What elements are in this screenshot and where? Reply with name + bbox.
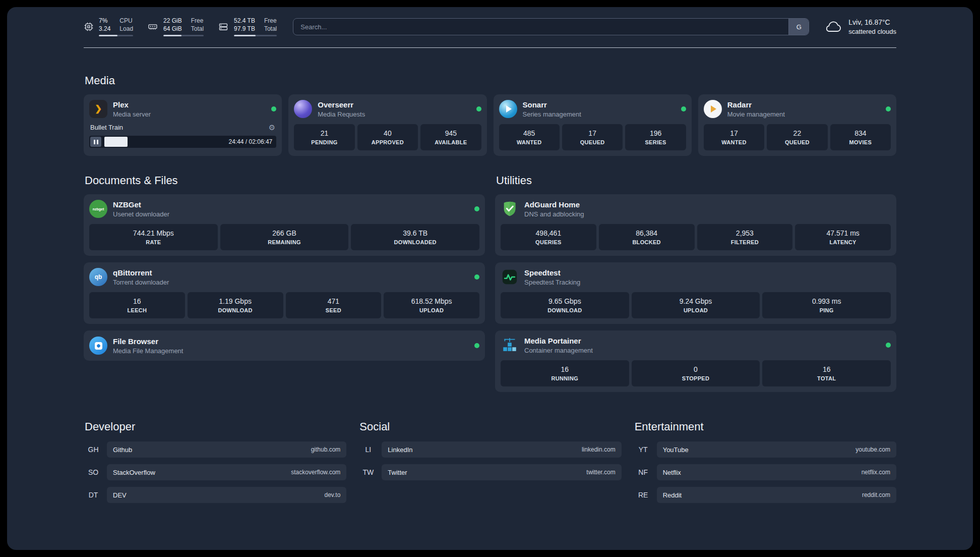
service-name: Speedtest xyxy=(524,268,580,277)
bookmark-abbr: NF xyxy=(634,468,653,476)
bookmark-youtube[interactable]: YT YouTube youtube.com xyxy=(634,441,896,458)
stat-tile: 0.993 ms PING xyxy=(762,292,891,318)
playback-progress-bar[interactable] xyxy=(104,137,226,147)
qbittorrent-icon: qb xyxy=(89,268,107,286)
section-media: Media ❯ Plex Media server xyxy=(84,74,896,156)
stat-tile: 9.65 Gbps DOWNLOAD xyxy=(501,292,629,318)
service-description: Usenet downloader xyxy=(113,210,169,218)
search-provider-button[interactable]: G xyxy=(788,19,809,35)
disk-total-label: Total xyxy=(264,25,277,33)
service-card-overseerr[interactable]: Overseerr Media Requests 21 PENDING 40 A… xyxy=(288,94,486,156)
bookmark-abbr: SO xyxy=(84,468,103,476)
bookmarks-entertainment: Entertainment YT YouTube youtube.com NF … xyxy=(634,420,896,510)
cpu-load-label: Load xyxy=(119,25,133,33)
status-dot xyxy=(474,343,479,348)
bookmark-pill: StackOverflow stackoverflow.com xyxy=(107,464,346,480)
stat-tile: 17 WANTED xyxy=(704,124,764,150)
nzbget-icon: nzbget xyxy=(89,200,107,218)
weather-widget: Lviv, 16.87°C scattered clouds xyxy=(824,18,896,36)
service-description: Movie management xyxy=(727,110,785,118)
service-card-adguard[interactable]: AdGuard Home DNS and adblocking 498,461 … xyxy=(495,194,896,256)
service-name: Radarr xyxy=(727,100,785,109)
plex-icon: ❯ xyxy=(89,100,107,118)
service-name: Overseerr xyxy=(318,100,365,109)
service-card-plex[interactable]: ❯ Plex Media server Bullet Train ⚙ xyxy=(84,94,282,156)
cloud-icon xyxy=(824,20,842,33)
service-description: Speedtest Tracking xyxy=(524,278,580,286)
service-description: Media File Management xyxy=(113,347,183,355)
sonarr-icon xyxy=(499,100,517,118)
status-dot xyxy=(474,206,479,211)
gear-icon[interactable]: ⚙ xyxy=(269,124,275,131)
section-title-developer: Developer xyxy=(85,420,346,433)
status-dot xyxy=(886,343,891,348)
section-title-documents: Documents & Files xyxy=(85,174,485,187)
stat-tile: 485 WANTED xyxy=(499,124,560,150)
section-title-entertainment: Entertainment xyxy=(635,420,896,433)
bookmark-reddit[interactable]: RE Reddit reddit.com xyxy=(634,487,896,503)
bookmarks-developer: Developer GH Github github.com SO StackO… xyxy=(84,420,346,510)
bookmark-abbr: LI xyxy=(358,445,378,454)
service-card-qbittorrent[interactable]: qb qBittorrent Torrent downloader 16 LEE… xyxy=(84,262,485,324)
stat-tile: 471 SEED xyxy=(286,292,382,318)
service-name: NZBGet xyxy=(113,200,169,209)
memory-usage-bar-fill xyxy=(163,35,181,36)
section-title-social: Social xyxy=(359,420,621,433)
stat-tile: 21 PENDING xyxy=(294,124,354,150)
memory-icon xyxy=(147,22,158,32)
memory-widget: 22 GiB 64 GiB Free Total xyxy=(147,17,204,36)
disk-total-value: 97.9 TB xyxy=(234,25,255,33)
service-card-filebrowser[interactable]: File Browser Media File Management xyxy=(84,330,485,361)
service-card-radarr[interactable]: Radarr Movie management 17 WANTED 22 QUE… xyxy=(698,94,896,156)
service-name: File Browser xyxy=(113,337,183,346)
status-dot xyxy=(271,106,276,112)
stat-tile: 266 GB REMAINING xyxy=(220,224,349,250)
bookmark-github[interactable]: GH Github github.com xyxy=(84,441,346,458)
bookmark-pill: Github github.com xyxy=(107,441,346,458)
stat-tile: 16 TOTAL xyxy=(762,360,891,386)
service-card-speedtest[interactable]: Speedtest Speedtest Tracking 9.65 Gbps D… xyxy=(495,262,896,324)
bookmark-abbr: DT xyxy=(84,491,103,499)
stat-tile: 0 STOPPED xyxy=(632,360,760,386)
service-card-sonarr[interactable]: Sonarr Series management 485 WANTED 17 Q… xyxy=(494,94,692,156)
adguard-icon xyxy=(501,200,519,218)
stat-tile: 9.24 Gbps UPLOAD xyxy=(632,292,760,318)
section-title-utilities: Utilities xyxy=(496,174,896,187)
section-documents: Documents & Files nzbget NZBGet Usenet d… xyxy=(84,174,485,392)
stat-tile: 196 SERIES xyxy=(625,124,686,150)
bookmark-dev[interactable]: DT DEV dev.to xyxy=(84,487,346,503)
service-card-nzbget[interactable]: nzbget NZBGet Usenet downloader 744.21 M… xyxy=(84,194,485,256)
memory-usage-bar xyxy=(163,35,204,36)
cpu-usage-bar-fill xyxy=(99,35,117,36)
bookmark-linkedin[interactable]: LI LinkedIn linkedin.com xyxy=(358,441,621,458)
search-input[interactable] xyxy=(293,19,788,35)
pause-icon[interactable] xyxy=(90,137,101,147)
playback-time: 24:44 / 02:06:47 xyxy=(229,138,273,145)
bookmark-abbr: RE xyxy=(634,491,653,499)
stat-tile: 47.571 ms LATENCY xyxy=(795,224,891,250)
bookmark-pill: Netflix netflix.com xyxy=(657,464,896,480)
disk-widget: 52.4 TB 97.9 TB Free Total xyxy=(218,17,277,36)
search-bar: G xyxy=(293,18,809,35)
weather-condition: scattered clouds xyxy=(848,27,896,36)
service-name: Plex xyxy=(113,100,151,109)
bookmark-pill: YouTube youtube.com xyxy=(657,441,896,458)
bookmark-netflix[interactable]: NF Netflix netflix.com xyxy=(634,464,896,480)
stat-tile: 498,461 QUERIES xyxy=(501,224,596,250)
stat-tile: 1.19 Gbps DOWNLOAD xyxy=(188,292,283,318)
bookmark-abbr: TW xyxy=(358,468,378,476)
stat-tile: 16 RUNNING xyxy=(501,360,629,386)
section-title-media: Media xyxy=(85,74,896,87)
radarr-icon xyxy=(704,100,722,118)
status-dot xyxy=(681,106,686,112)
status-dot xyxy=(476,106,481,112)
bookmark-twitter[interactable]: TW Twitter twitter.com xyxy=(358,464,621,480)
disk-free-value: 52.4 TB xyxy=(234,17,255,25)
bookmark-stackoverflow[interactable]: SO StackOverflow stackoverflow.com xyxy=(84,464,346,480)
disk-icon xyxy=(218,22,229,32)
stat-tile: 834 MOVIES xyxy=(830,124,891,150)
cpu-usage-bar xyxy=(99,35,133,36)
service-card-portainer[interactable]: Media Portainer Container management 16 … xyxy=(495,330,896,392)
memory-total-label: Total xyxy=(191,25,204,33)
status-dot xyxy=(886,106,891,112)
